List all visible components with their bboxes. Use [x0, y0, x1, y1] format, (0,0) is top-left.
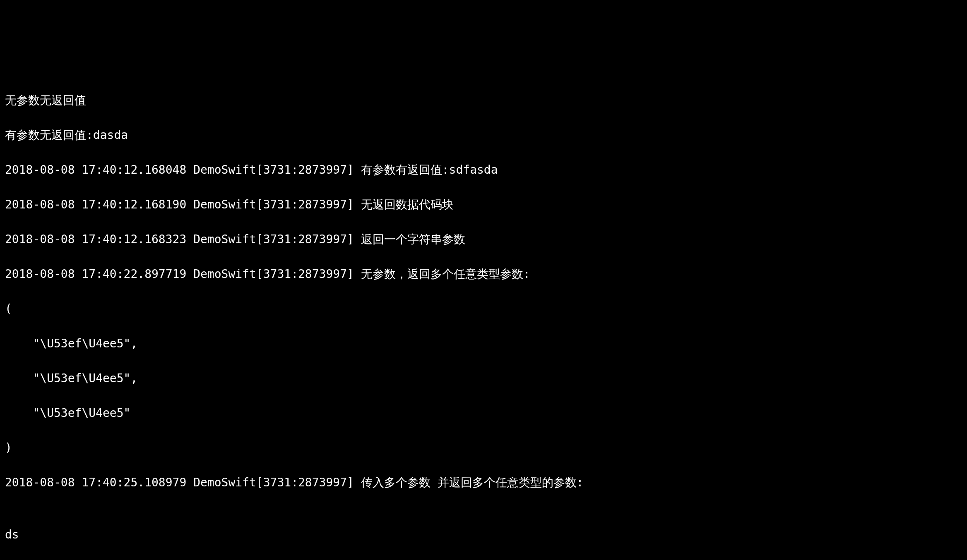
log-line: 2018-08-08 17:40:25.108979 DemoSwift[373… — [5, 474, 962, 491]
log-line: ds — [5, 526, 962, 543]
log-line: 2018-08-08 17:40:12.168048 DemoSwift[373… — [5, 161, 962, 179]
log-line: "\U53ef\U4ee5" — [5, 404, 962, 422]
log-line: 2018-08-08 17:40:12.168323 DemoSwift[373… — [5, 231, 962, 248]
log-line: "\U53ef\U4ee5", — [5, 370, 962, 387]
console-output[interactable]: 无参数无返回值 有参数无返回值:dasda 2018-08-08 17:40:1… — [5, 74, 962, 560]
log-line: 有参数无返回值:dasda — [5, 127, 962, 144]
log-line: "\U53ef\U4ee5", — [5, 335, 962, 352]
log-line: ) — [5, 439, 962, 457]
log-line: ( — [5, 300, 962, 318]
log-line: 2018-08-08 17:40:22.897719 DemoSwift[373… — [5, 266, 962, 283]
log-line: 无参数无返回值 — [5, 92, 962, 109]
log-line: 2018-08-08 17:40:12.168190 DemoSwift[373… — [5, 196, 962, 213]
